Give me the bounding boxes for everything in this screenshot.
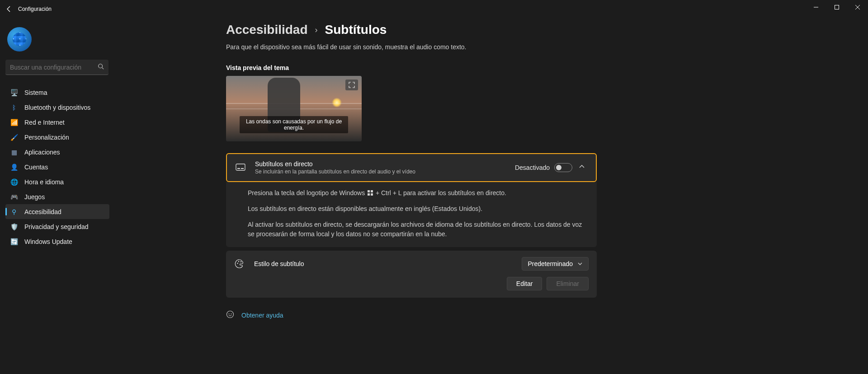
search-icon: [98, 63, 104, 71]
sidebar-item-privacidad-y-seguridad[interactable]: 🛡️Privacidad y seguridad: [5, 219, 109, 234]
sidebar-item-label: Personalización: [24, 134, 69, 141]
svg-point-11: [229, 313, 230, 314]
theme-preview: Las ondas son causadas por un flujo de e…: [226, 76, 362, 141]
sidebar-item-cuentas[interactable]: 👤Cuentas: [5, 159, 109, 174]
sidebar-item-windows-update[interactable]: 🔄Windows Update: [5, 234, 109, 249]
dropdown-value: Predeterminado: [528, 260, 573, 267]
svg-rect-1: [835, 5, 839, 9]
sidebar-item-label: Juegos: [24, 193, 45, 201]
window-title: Configuración: [18, 6, 52, 12]
live-captions-body: Presiona la tecla del logotipo de Window…: [226, 182, 597, 247]
minimize-button[interactable]: [806, 0, 826, 14]
svg-point-12: [231, 313, 232, 314]
help-link[interactable]: Obtener ayuda: [241, 312, 283, 319]
svg-point-8: [238, 261, 239, 262]
sidebar-item-juegos[interactable]: 🎮Juegos: [5, 189, 109, 204]
sidebar-item-label: Sistema: [24, 89, 47, 96]
svg-point-10: [227, 311, 234, 318]
breadcrumb: Accesibilidad › Subtítulos: [226, 23, 597, 37]
sidebar-icon: 🖥️: [10, 89, 18, 97]
svg-rect-4: [236, 164, 245, 170]
sidebar-item-accesibilidad[interactable]: ⚲Accesibilidad: [5, 204, 109, 219]
edit-button[interactable]: Editar: [507, 277, 542, 290]
caption-style-texts: Estilo de subtítulo: [254, 260, 522, 267]
sidebar-item-label: Bluetooth y dispositivos: [24, 104, 90, 111]
svg-point-9: [241, 261, 241, 262]
sidebar-icon: 🎮: [10, 193, 18, 201]
live-captions-state: Desactivado: [515, 164, 550, 171]
close-button[interactable]: [847, 0, 868, 14]
sidebar-icon: 📶: [10, 118, 18, 126]
main-content: Accesibilidad › Subtítulos Para que el d…: [226, 23, 597, 320]
live-captions-title: Subtítulos en directo: [255, 160, 515, 168]
maximize-button[interactable]: [826, 0, 847, 14]
sidebar-icon: 🔄: [10, 238, 18, 246]
chevron-down-icon: [577, 261, 583, 266]
sidebar-item-bluetooth-y-dispositivos[interactable]: ᛒBluetooth y dispositivos: [5, 100, 109, 115]
caption-style-dropdown[interactable]: Predeterminado: [522, 257, 589, 271]
windows-key-icon: [368, 190, 373, 196]
page-subtitle: Para que el dispositivo sea más fácil de…: [226, 43, 597, 51]
user-avatar[interactable]: [7, 27, 32, 51]
palette-icon: [234, 258, 245, 269]
sidebar-icon: ⚲: [10, 208, 18, 216]
svg-rect-5: [237, 168, 240, 169]
svg-point-7: [237, 263, 238, 264]
caption-style-row: Estilo de subtítulo Predeterminado: [226, 251, 597, 277]
help-row: Obtener ayuda: [226, 310, 597, 320]
live-captions-line3: Al activar los subtítulos en directo, se…: [248, 220, 589, 239]
svg-point-2: [99, 64, 103, 68]
sidebar-item-hora-e-idioma[interactable]: 🌐Hora e idioma: [5, 174, 109, 189]
window-controls: [806, 0, 868, 14]
breadcrumb-parent[interactable]: Accesibilidad: [226, 23, 308, 37]
sidebar: 🖥️SistemaᛒBluetooth y dispositivos📶Red e…: [5, 23, 109, 249]
caption-style-actions: Editar Eliminar: [226, 277, 597, 298]
back-button[interactable]: [0, 0, 18, 18]
help-icon: [226, 310, 234, 320]
sidebar-icon: 🛡️: [10, 223, 18, 231]
sidebar-icon: ᛒ: [10, 103, 18, 112]
svg-line-3: [102, 68, 104, 70]
chevron-up-icon[interactable]: [579, 164, 588, 172]
chevron-right-icon: ›: [315, 25, 318, 35]
titlebar: Configuración: [0, 0, 868, 18]
sidebar-item-sistema[interactable]: 🖥️Sistema: [5, 85, 109, 100]
live-captions-texts: Subtítulos en directo Se incluirán en la…: [255, 160, 515, 175]
sidebar-item-label: Aplicaciones: [24, 149, 60, 156]
svg-rect-6: [241, 168, 244, 169]
live-captions-expanded: Presiona la tecla del logotipo de Window…: [226, 182, 597, 247]
sidebar-item-personalizaci-n[interactable]: 🖌️Personalización: [5, 130, 109, 145]
caption-style-card: Estilo de subtítulo Predeterminado Edita…: [226, 251, 597, 298]
preview-caption: Las ondas son causadas por un flujo de e…: [240, 116, 348, 133]
captions-icon: [235, 162, 246, 173]
sidebar-item-label: Red e Internet: [24, 119, 65, 126]
sidebar-item-label: Privacidad y seguridad: [24, 223, 89, 230]
live-captions-card: Subtítulos en directo Se incluirán en la…: [226, 153, 597, 182]
sidebar-item-aplicaciones[interactable]: ▦Aplicaciones: [5, 145, 109, 159]
search-box[interactable]: [5, 60, 108, 75]
caption-style-title: Estilo de subtítulo: [254, 260, 522, 267]
live-captions-toggle[interactable]: [554, 163, 572, 172]
sidebar-item-label: Windows Update: [24, 238, 72, 245]
expand-preview-button[interactable]: [345, 79, 358, 90]
live-captions-line1: Presiona la tecla del logotipo de Window…: [248, 188, 589, 198]
preview-sun: [332, 98, 342, 108]
search-input[interactable]: [10, 64, 98, 71]
sidebar-icon: 👤: [10, 163, 18, 171]
sidebar-item-label: Accesibilidad: [24, 208, 61, 215]
sidebar-item-label: Hora e idioma: [24, 178, 64, 186]
sidebar-icon: 🖌️: [10, 133, 18, 141]
sidebar-item-label: Cuentas: [24, 164, 48, 171]
live-captions-line2: Los subtítulos en directo están disponib…: [248, 204, 589, 214]
nav: 🖥️SistemaᛒBluetooth y dispositivos📶Red e…: [5, 85, 109, 249]
sidebar-item-red-e-internet[interactable]: 📶Red e Internet: [5, 115, 109, 130]
sidebar-icon: ▦: [10, 148, 18, 156]
sidebar-icon: 🌐: [10, 178, 18, 186]
live-captions-header[interactable]: Subtítulos en directo Se incluirán en la…: [227, 154, 596, 181]
preview-label: Vista previa del tema: [226, 64, 597, 71]
live-captions-description: Se incluirán en la pantalla subtítulos e…: [255, 168, 515, 175]
breadcrumb-current: Subtítulos: [325, 23, 387, 37]
delete-button: Eliminar: [547, 277, 589, 290]
